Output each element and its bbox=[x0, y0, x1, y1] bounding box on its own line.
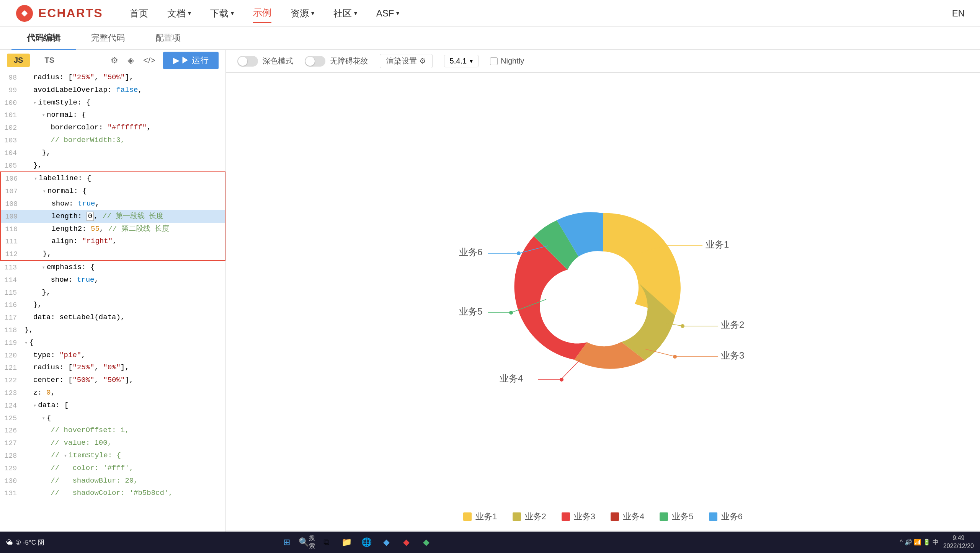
run-label: ▶ 运行 bbox=[181, 55, 209, 66]
clock-time: 9:49 bbox=[943, 534, 974, 542]
taskview-icon[interactable]: ⧉ bbox=[320, 535, 333, 549]
toolbar-icons: ⚙ ◈ </> bbox=[111, 55, 155, 65]
dark-mode-label: 深色模式 bbox=[263, 56, 293, 66]
tab-code-editor[interactable]: 代码编辑 bbox=[11, 27, 76, 50]
code-line-122: 122 center: ["50%", "50%"], bbox=[0, 374, 225, 387]
chrome-icon[interactable]: 🌐 bbox=[359, 535, 373, 549]
tab-config[interactable]: 配置项 bbox=[140, 27, 196, 50]
label-dot-6 bbox=[517, 251, 521, 255]
code-line-101: 101 ▾normal: { bbox=[0, 109, 225, 121]
main-layout: JS TS ⚙ ◈ </> ▶ ▶ 运行 98 radius: ["25%", … bbox=[0, 50, 980, 553]
settings-icon[interactable]: ⚙ bbox=[111, 55, 118, 65]
legend-label-6: 业务6 bbox=[721, 511, 743, 522]
logo-icon bbox=[15, 4, 34, 23]
code-line-102: 102 borderColor: "#ffffff", bbox=[0, 121, 225, 134]
dark-mode-toggle-wrap: 深色模式 bbox=[237, 56, 293, 67]
nav-asf[interactable]: ASF ▾ bbox=[376, 5, 400, 22]
nightly-wrap: Nightly bbox=[490, 57, 524, 65]
code-line-124: 124 ▾data: [ bbox=[0, 399, 225, 412]
accessibility-toggle[interactable] bbox=[305, 56, 325, 67]
run-button[interactable]: ▶ ▶ 运行 bbox=[163, 52, 219, 69]
preview-panel: 深色模式 无障碍花纹 渲染设置 ⚙ 5.4.1 ▾ Nightly bbox=[226, 50, 980, 553]
code-line-123: 123 z: 0, bbox=[0, 387, 225, 399]
code-line-128: 128 // ▾itemStyle: { bbox=[0, 449, 225, 462]
code-line-106: 106 ▾labelline: { bbox=[0, 171, 225, 185]
donut-hole bbox=[567, 252, 639, 323]
taskbar-center: ⊞ 🔍 搜索 ⧉ 📁 🌐 ◆ ◆ ◆ bbox=[280, 535, 433, 549]
label-line-4a bbox=[561, 360, 580, 380]
explorer-icon[interactable]: 📁 bbox=[340, 535, 353, 549]
run-icon: ▶ bbox=[173, 55, 180, 65]
chart-area: 业务1 业务2 业务3 业务4 业务5 bbox=[226, 73, 980, 503]
nav-download[interactable]: 下载 ▾ bbox=[210, 4, 234, 23]
accessibility-toggle-wrap: 无障碍花纹 bbox=[305, 56, 368, 67]
label-text-1: 业务1 bbox=[706, 239, 729, 250]
tab-full-code[interactable]: 完整代码 bbox=[76, 27, 140, 50]
code-line-100: 100 ▾itemStyle: { bbox=[0, 96, 225, 109]
legend-dot-4 bbox=[611, 512, 619, 521]
version-value: 5.4.1 bbox=[450, 57, 467, 65]
legend-item-5: 业务5 bbox=[660, 511, 693, 522]
code-content[interactable]: 98 radius: ["25%", "50%"], 99 avoidLabel… bbox=[0, 71, 225, 553]
label-dot-1 bbox=[662, 244, 665, 248]
js-button[interactable]: JS bbox=[7, 54, 30, 67]
nav-home[interactable]: 首页 bbox=[130, 4, 148, 23]
nav-examples[interactable]: 示例 bbox=[253, 3, 271, 23]
start-button[interactable]: ⊞ bbox=[280, 535, 294, 549]
other-icon1[interactable]: ◆ bbox=[399, 535, 413, 549]
pie-chart: 业务1 业务2 业务3 业务4 业务5 bbox=[450, 173, 756, 403]
legend-label-5: 业务5 bbox=[672, 511, 693, 522]
code-icon[interactable]: </> bbox=[143, 55, 155, 65]
ts-button[interactable]: TS bbox=[38, 54, 61, 67]
version-select[interactable]: 5.4.1 ▾ bbox=[444, 55, 479, 67]
chart-legend: 业务1 业务2 业务3 业务4 业务5 业务6 bbox=[226, 503, 980, 530]
code-line-99: 99 avoidLabelOverlap: false, bbox=[0, 84, 225, 96]
taskbar-right: ^ 🔊 📶 🔋 中 9:49 2022/12/20 bbox=[900, 534, 974, 550]
code-line-120: 120 type: "pie", bbox=[0, 349, 225, 362]
code-line-127: 127 // value: 100, bbox=[0, 437, 225, 449]
code-toolbar: JS TS ⚙ ◈ </> ▶ ▶ 运行 bbox=[0, 50, 225, 71]
cube-icon[interactable]: ◈ bbox=[127, 55, 134, 65]
dark-mode-toggle[interactable] bbox=[237, 56, 258, 67]
legend-label-4: 业务4 bbox=[623, 511, 644, 522]
legend-dot-6 bbox=[709, 512, 717, 521]
code-line-109: 109 length: 0, // 第一段线 长度 bbox=[0, 210, 225, 223]
code-line-121: 121 radius: ["25%", "0%"], bbox=[0, 361, 225, 374]
nav-docs[interactable]: 文档 ▾ bbox=[167, 4, 191, 23]
legend-label-1: 业务1 bbox=[475, 511, 497, 522]
legend-item-3: 业务3 bbox=[562, 511, 595, 522]
render-settings-button[interactable]: 渲染设置 ⚙ bbox=[380, 54, 433, 68]
nav-lang[interactable]: EN bbox=[952, 8, 965, 19]
taskbar-weather: 🌥 ① -5°C 阴 bbox=[6, 538, 44, 547]
nav-resources[interactable]: 资源 ▾ bbox=[291, 4, 314, 23]
legend-label-2: 业务2 bbox=[525, 511, 546, 522]
nightly-label: Nightly bbox=[501, 57, 524, 65]
code-line-103: 103 // borderWidth:3, bbox=[0, 134, 225, 147]
code-line-112: 112 }, bbox=[0, 248, 225, 261]
logo[interactable]: ECHARTS bbox=[15, 4, 103, 23]
label-text-5: 业务5 bbox=[459, 306, 482, 316]
code-line-115: 115 }, bbox=[0, 286, 225, 299]
code-line-126: 126 // hoverOffset: 1, bbox=[0, 424, 225, 437]
code-line-125: 125 ▾{ bbox=[0, 412, 225, 424]
dark-mode-toggle-knob bbox=[238, 57, 247, 66]
legend-dot-1 bbox=[463, 512, 472, 521]
accessibility-toggle-knob bbox=[305, 57, 315, 66]
code-line-129: 129 // color: '#fff', bbox=[0, 462, 225, 475]
code-panel: JS TS ⚙ ◈ </> ▶ ▶ 运行 98 radius: ["25%", … bbox=[0, 50, 226, 553]
search-button[interactable]: 🔍 搜索 bbox=[300, 535, 314, 549]
label-text-3: 业务3 bbox=[721, 350, 744, 361]
nightly-checkbox[interactable] bbox=[490, 57, 498, 65]
legend-item-4: 业务4 bbox=[611, 511, 644, 522]
code-line-130: 130 // shadowBlur: 20, bbox=[0, 475, 225, 487]
nav-community[interactable]: 社区 ▾ bbox=[333, 4, 357, 23]
weather-text: ① -5°C 阴 bbox=[15, 538, 44, 547]
other-icon2[interactable]: ◆ bbox=[419, 535, 433, 549]
code-line-111: 111 align: "right", bbox=[0, 235, 225, 248]
code-line-119: 119 ▾{ bbox=[0, 336, 225, 349]
top-nav: ECHARTS 首页 文档 ▾ 下载 ▾ 示例 资源 ▾ 社区 ▾ ASF ▾ … bbox=[0, 0, 980, 27]
code-line-108: 108 show: true, bbox=[0, 197, 225, 210]
legend-item-6: 业务6 bbox=[709, 511, 743, 522]
vscode-icon[interactable]: ◆ bbox=[379, 535, 393, 549]
code-line-107: 107 ▾normal: { bbox=[0, 185, 225, 197]
